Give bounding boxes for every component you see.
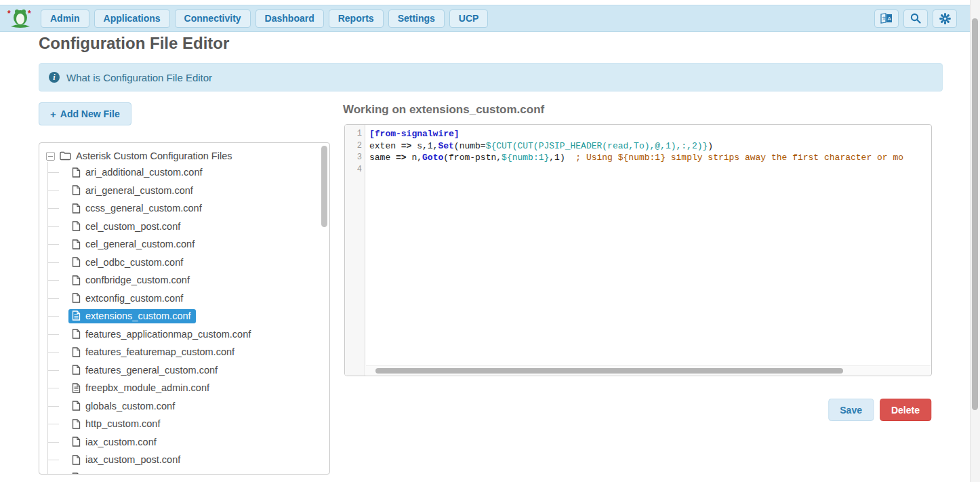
- editor-action-buttons: Save Delete: [828, 399, 931, 421]
- svg-text:*: *: [28, 9, 31, 18]
- code-line-2: exten => s,1,Set(numb=${CUT(CUT(PJSIP_HE…: [369, 140, 931, 153]
- tree-file-ccss_general_custom.conf[interactable]: ccss_general_custom.conf: [46, 199, 323, 218]
- svg-text:文: 文: [882, 16, 886, 20]
- file-name-label: cel_general_custom.conf: [85, 239, 195, 249]
- editor-hscrollbar-track: [366, 365, 931, 375]
- navbar-right-icons: A 文: [870, 9, 957, 28]
- svg-text:A: A: [888, 16, 892, 22]
- code-line-1: [from-signalwire]: [369, 128, 931, 140]
- top-navbar: * * AdminApplicationsConnectivityDashboa…: [0, 5, 980, 32]
- tree-file-globals_custom.conf[interactable]: globals_custom.conf: [46, 397, 323, 416]
- nav-item-settings[interactable]: Settings: [388, 9, 445, 28]
- language-icon[interactable]: A 文: [874, 9, 899, 28]
- file-name-label: iax_custom.conf: [85, 437, 157, 447]
- file-tree-panel: Asterisk Custom Configuration Files ari_…: [39, 142, 330, 475]
- tree-file-confbridge_custom.conf[interactable]: confbridge_custom.conf: [46, 271, 323, 289]
- editor-hscrollbar-thumb[interactable]: [375, 368, 843, 374]
- nav-item-ucp[interactable]: UCP: [449, 9, 489, 28]
- file-icon: [72, 293, 81, 303]
- file-name-label: ari_general_custom.conf: [85, 185, 193, 196]
- line-number: 1: [345, 128, 362, 140]
- code-line-4: [369, 164, 931, 176]
- line-number: 2: [345, 140, 362, 153]
- file-text-icon: [72, 383, 81, 393]
- file-name-label: http_custom.conf: [85, 418, 160, 429]
- tree-file-extconfig_custom.conf[interactable]: extconfig_custom.conf: [46, 289, 323, 308]
- add-new-file-button[interactable]: + Add New File: [39, 102, 131, 125]
- file-name-label: extensions_custom.conf: [85, 310, 191, 321]
- file-icon: [72, 185, 81, 195]
- info-icon: i: [49, 72, 60, 83]
- tree-root-node[interactable]: Asterisk Custom Configuration Files: [46, 148, 323, 163]
- tree-scrollbar-thumb[interactable]: [321, 146, 327, 227]
- language-book-icon: A 文: [880, 13, 893, 24]
- gear-icon[interactable]: [933, 9, 957, 28]
- tree-file-cel_custom_post.conf[interactable]: cel_custom_post.conf: [46, 218, 323, 236]
- tree-file-features_featuremap_custom.conf[interactable]: features_featuremap_custom.conf: [46, 343, 323, 361]
- file-icon: [72, 239, 81, 249]
- code-text-area[interactable]: [from-signalwire]exten => s,1,Set(numb=$…: [365, 125, 931, 376]
- file-icon: [72, 257, 81, 267]
- tree-file-iax_custom_post.conf[interactable]: iax_custom_post.conf: [46, 451, 323, 469]
- magnifier-glyph: [910, 13, 921, 24]
- tree-file-iax_general_custom.conf[interactable]: iax_general_custom.conf: [46, 469, 323, 475]
- file-icon: [72, 455, 81, 465]
- page-scrollbar-thumb[interactable]: [972, 18, 978, 410]
- file-name-label: iax_custom_post.conf: [85, 454, 180, 465]
- save-button[interactable]: Save: [828, 399, 874, 421]
- file-icon: [72, 365, 81, 375]
- file-icon: [72, 221, 81, 231]
- tree-file-freepbx_module_admin.conf[interactable]: freepbx_module_admin.conf: [46, 379, 323, 397]
- tree-file-ari_general_custom.conf[interactable]: ari_general_custom.conf: [46, 182, 323, 200]
- delete-button[interactable]: Delete: [880, 399, 931, 421]
- collapse-expander-icon[interactable]: [46, 152, 55, 161]
- folder-icon: [60, 151, 71, 161]
- line-number: 3: [345, 152, 362, 164]
- code-editor[interactable]: 1234 [from-signalwire]exten => s,1,Set(n…: [344, 124, 932, 376]
- file-name-label: cel_custom_post.conf: [85, 221, 180, 232]
- page-title: Configuration File Editor: [39, 34, 229, 53]
- add-new-file-label: Add New File: [60, 108, 120, 119]
- file-name-label: freepbx_module_admin.conf: [85, 382, 209, 393]
- freepbx-logo: * *: [7, 7, 34, 29]
- file-icon: [72, 473, 81, 475]
- file-name-label: ari_additional_custom.conf: [85, 167, 203, 178]
- tree-root-label: Asterisk Custom Configuration Files: [76, 150, 232, 161]
- file-name-label: features_applicationmap_custom.conf: [85, 329, 251, 340]
- file-icon: [72, 419, 81, 429]
- file-icon: [72, 437, 81, 447]
- tree-file-ari_additional_custom.conf[interactable]: ari_additional_custom.conf: [46, 163, 323, 182]
- file-icon: [72, 275, 81, 285]
- file-name-label: ccss_general_custom.conf: [85, 203, 202, 214]
- working-on-heading: Working on extensions_custom.conf: [343, 103, 544, 117]
- file-text-icon: [72, 310, 81, 321]
- file-name-label: iax_general_custom.conf: [85, 473, 195, 475]
- nav-item-admin[interactable]: Admin: [41, 9, 89, 28]
- page-scrollbar-track: [970, 0, 980, 482]
- nav-item-connectivity[interactable]: Connectivity: [175, 9, 251, 28]
- file-name-label: globals_custom.conf: [85, 401, 175, 411]
- tree-file-extensions_custom.conf[interactable]: extensions_custom.conf: [46, 307, 323, 325]
- file-name-label: extconfig_custom.conf: [85, 293, 183, 304]
- info-banner[interactable]: i What is Configuration File Editor: [39, 63, 943, 92]
- tree-file-iax_custom.conf[interactable]: iax_custom.conf: [46, 433, 323, 451]
- tree-file-cel_odbc_custom.conf[interactable]: cel_odbc_custom.conf: [46, 254, 323, 272]
- svg-text:*: *: [7, 9, 11, 18]
- line-number-gutter: 1234: [345, 125, 365, 376]
- tree-file-features_applicationmap_custom.conf[interactable]: features_applicationmap_custom.conf: [46, 325, 323, 344]
- gear-glyph: [939, 13, 951, 24]
- search-icon[interactable]: [903, 9, 928, 28]
- nav-item-dashboard[interactable]: Dashboard: [256, 9, 324, 28]
- file-name-label: cel_odbc_custom.conf: [85, 257, 183, 268]
- line-number: 4: [345, 164, 362, 176]
- file-icon: [72, 203, 81, 214]
- nav-item-reports[interactable]: Reports: [329, 9, 384, 28]
- tree-file-features_general_custom.conf[interactable]: features_general_custom.conf: [46, 361, 323, 380]
- info-banner-text: What is Configuration File Editor: [66, 72, 212, 83]
- nav-item-applications[interactable]: Applications: [94, 9, 170, 28]
- tree-file-http_custom.conf[interactable]: http_custom.conf: [46, 415, 323, 433]
- file-icon: [72, 167, 81, 178]
- code-line-3: same => n,Goto(from-pstn,${numb:1},1) ; …: [369, 152, 931, 164]
- file-icon: [72, 329, 81, 339]
- tree-file-cel_general_custom.conf[interactable]: cel_general_custom.conf: [46, 235, 323, 254]
